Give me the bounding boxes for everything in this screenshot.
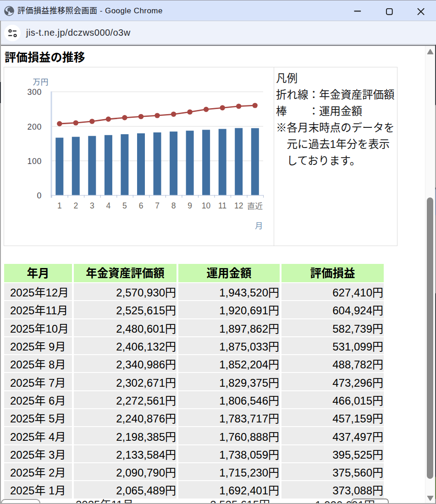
svg-text:9: 9	[188, 201, 192, 210]
svg-text:8: 8	[171, 201, 176, 210]
svg-text:5: 5	[122, 201, 127, 210]
svg-text:7: 7	[155, 201, 160, 210]
svg-text:100: 100	[28, 157, 42, 166]
svg-text:300: 300	[28, 88, 42, 97]
svg-text:10: 10	[202, 201, 211, 210]
svg-text:200: 200	[28, 122, 42, 131]
svg-text:3: 3	[90, 201, 94, 210]
svg-text:2: 2	[73, 201, 78, 210]
svg-text:直近: 直近	[247, 202, 263, 211]
svg-text:万円: 万円	[33, 78, 49, 87]
svg-text:1: 1	[57, 201, 62, 210]
svg-text:12: 12	[234, 201, 243, 210]
svg-text:11: 11	[218, 201, 226, 210]
svg-text:0: 0	[37, 191, 42, 200]
svg-text:4: 4	[106, 201, 111, 210]
svg-text:6: 6	[139, 201, 143, 210]
svg-text:月: 月	[255, 221, 263, 230]
